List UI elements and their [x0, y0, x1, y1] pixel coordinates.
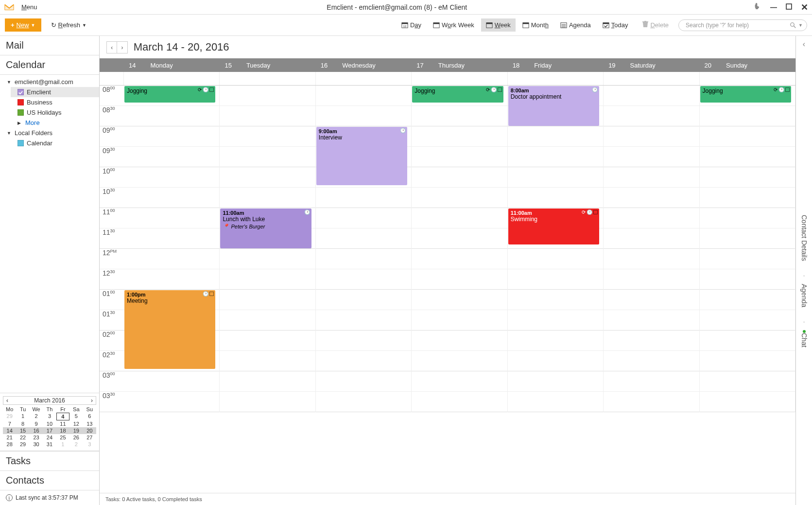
- view-workweek-button[interactable]: Work Week: [428, 18, 479, 32]
- allday-row[interactable]: [100, 72, 795, 86]
- minical-day[interactable]: 11: [56, 420, 69, 427]
- calendar-event[interactable]: 11:00amLunch with Luke📍 Peter's Burger🕑: [220, 209, 311, 248]
- calendar-event[interactable]: 8:00amDoctor appointment🕑: [508, 86, 599, 126]
- day-header[interactable]: 19Saturday: [604, 62, 699, 69]
- day-column[interactable]: 8:00amDoctor appointment🕑11:00amSwimming…: [508, 86, 604, 412]
- minical-day[interactable]: 25: [56, 434, 69, 441]
- minical-day[interactable]: 19: [69, 427, 83, 434]
- calendar-item-business[interactable]: Business: [11, 97, 99, 107]
- day-header[interactable]: 14Monday: [124, 62, 220, 69]
- sidebar-tasks[interactable]: Tasks: [0, 451, 99, 470]
- close-button[interactable]: ✕: [801, 2, 808, 13]
- minical-day[interactable]: 5: [69, 413, 83, 420]
- minical-day[interactable]: 2: [69, 441, 83, 448]
- minical-day[interactable]: 24: [43, 434, 56, 441]
- minical-day[interactable]: 26: [69, 434, 83, 441]
- new-button[interactable]: + New ▼: [5, 18, 41, 32]
- minical-day[interactable]: 22: [16, 434, 29, 441]
- minical-day[interactable]: 6: [83, 413, 96, 420]
- day-column[interactable]: [604, 86, 699, 412]
- view-week-button[interactable]: Week: [481, 18, 516, 32]
- delete-button[interactable]: Delete: [642, 21, 669, 29]
- calendar-event[interactable]: 1:00pmMeeting🕑: [124, 290, 215, 369]
- minical-day[interactable]: 17: [43, 427, 56, 434]
- minical-day-header: We: [30, 406, 43, 413]
- svg-line-17: [794, 26, 796, 28]
- refresh-button[interactable]: ↻ Refresh ▼: [51, 21, 86, 29]
- minical-day[interactable]: 15: [16, 427, 29, 434]
- minical-day[interactable]: 1: [16, 413, 29, 420]
- minical-prev-button[interactable]: ‹: [4, 397, 10, 404]
- day-header[interactable]: 17Thursday: [412, 62, 507, 69]
- minical-day[interactable]: 23: [30, 434, 43, 441]
- minical-day[interactable]: 18: [56, 427, 69, 434]
- cal-prev-button[interactable]: ‹: [107, 42, 117, 53]
- touch-mode-icon[interactable]: [754, 2, 761, 12]
- calendar-item-emclient[interactable]: Emclient: [11, 87, 99, 97]
- search-input[interactable]: Search (type '?' for help) ▼: [678, 19, 807, 31]
- day-header[interactable]: 16Wednesday: [316, 62, 412, 69]
- svg-point-16: [791, 22, 795, 26]
- tree-account[interactable]: ▼ emclient@gmail.com: [0, 77, 99, 87]
- minical-day[interactable]: 4: [56, 413, 69, 420]
- minical-day[interactable]: 7: [3, 420, 16, 427]
- rail-expand-button[interactable]: ‹: [803, 40, 805, 49]
- menu-button[interactable]: Menu: [18, 2, 40, 12]
- minical-day[interactable]: 1: [56, 441, 69, 448]
- calendar-item-usholidays[interactable]: US Holidays: [11, 107, 99, 118]
- rail-chat[interactable]: Chat: [800, 330, 808, 348]
- cal-next-button[interactable]: ›: [117, 42, 127, 53]
- view-day-button[interactable]: 12 Day: [397, 18, 426, 32]
- calendar-event[interactable]: Jogging⟳🕑: [124, 86, 215, 103]
- calendar-grid[interactable]: 0800083009000930100010301100113012PM1230…: [100, 86, 795, 412]
- minical-day[interactable]: 2: [30, 413, 43, 420]
- maximize-button[interactable]: [786, 3, 792, 11]
- day-column[interactable]: Jogging⟳🕑: [412, 86, 507, 412]
- day-column[interactable]: 11:00amLunch with Luke📍 Peter's Burger🕑: [220, 86, 315, 412]
- calendar-event[interactable]: Jogging⟳🕑: [700, 86, 791, 103]
- calendar-event[interactable]: 11:00amSwimming⟳🕑: [508, 209, 599, 244]
- sidebar-contacts[interactable]: Contacts: [0, 470, 99, 490]
- time-label: 0330: [100, 392, 124, 412]
- view-tabs: 12 Day Work Week Week Month Agenda To: [397, 18, 633, 32]
- chevron-down-icon[interactable]: ▼: [798, 23, 803, 28]
- rail-agenda[interactable]: Agenda: [800, 284, 808, 307]
- view-agenda-button[interactable]: Agenda: [555, 18, 596, 32]
- minical-day[interactable]: 28: [3, 441, 16, 448]
- day-header[interactable]: 15Tuesday: [220, 62, 315, 69]
- minical-day[interactable]: 20: [83, 427, 96, 434]
- calendar-event[interactable]: 9:00amInterview🕑: [316, 127, 407, 185]
- day-column[interactable]: Jogging⟳🕑: [700, 86, 795, 412]
- day-header[interactable]: 18Friday: [508, 62, 604, 69]
- day-column[interactable]: Jogging⟳🕑1:00pmMeeting🕑: [124, 86, 220, 412]
- minical-day[interactable]: 30: [30, 441, 43, 448]
- view-month-button[interactable]: Month: [518, 18, 553, 32]
- sidebar-mail[interactable]: Mail: [0, 36, 99, 55]
- calendar-item-local[interactable]: Calendar: [11, 138, 99, 148]
- minical-day[interactable]: 3: [83, 441, 96, 448]
- day-column[interactable]: 9:00amInterview🕑: [316, 86, 412, 412]
- calendar-item-more[interactable]: ▶ More: [11, 118, 99, 128]
- view-today-button[interactable]: Today: [598, 18, 633, 32]
- calendar-event[interactable]: Jogging⟳🕑: [412, 86, 503, 103]
- rail-contact-details[interactable]: Contact Details: [800, 215, 808, 261]
- minical-day[interactable]: 13: [83, 420, 96, 427]
- day-header[interactable]: 20Sunday: [700, 62, 795, 69]
- sidebar-calendar[interactable]: Calendar: [0, 55, 99, 75]
- minical-day[interactable]: 29: [16, 441, 29, 448]
- minical-day[interactable]: 29: [3, 413, 16, 420]
- minical-next-button[interactable]: ›: [89, 397, 95, 404]
- minical-day[interactable]: 10: [43, 420, 56, 427]
- minical-day[interactable]: 8: [16, 420, 29, 427]
- minimize-button[interactable]: —: [770, 3, 777, 11]
- minical-day-header: Fr: [56, 406, 69, 413]
- minical-day[interactable]: 12: [69, 420, 83, 427]
- minical-day[interactable]: 21: [3, 434, 16, 441]
- minical-day[interactable]: 3: [43, 413, 56, 420]
- tree-local-folders[interactable]: ▼ Local Folders: [0, 128, 99, 138]
- minical-day[interactable]: 14: [3, 427, 16, 434]
- minical-day[interactable]: 27: [83, 434, 96, 441]
- minical-day[interactable]: 9: [30, 420, 43, 427]
- minical-day[interactable]: 16: [30, 427, 43, 434]
- minical-day[interactable]: 31: [43, 441, 56, 448]
